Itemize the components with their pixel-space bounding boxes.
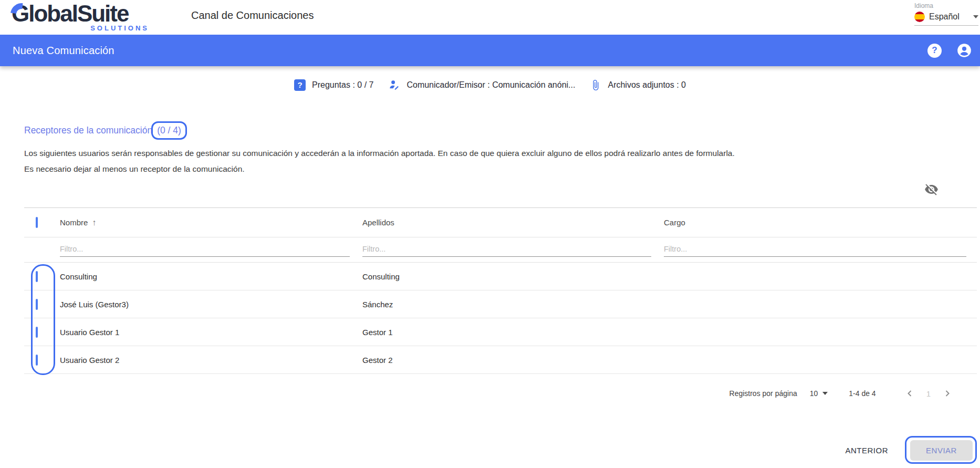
page: GlobalSuite SOLUTIONS Canal de Comunicac… bbox=[0, 0, 980, 468]
row-checkbox[interactable] bbox=[36, 299, 38, 310]
table-row[interactable]: Usuario Gestor 1 Gestor 1 bbox=[24, 318, 977, 346]
next-page-icon[interactable] bbox=[941, 387, 954, 400]
receivers-table: Nombre ↑ Apellidos Cargo Consulting Cons… bbox=[24, 207, 977, 374]
language-select[interactable]: Español bbox=[914, 12, 978, 26]
previous-step-button[interactable]: ANTERIOR bbox=[845, 440, 888, 461]
filter-input-nombre[interactable] bbox=[60, 243, 350, 257]
cell-nombre: Usuario Gestor 1 bbox=[58, 328, 360, 337]
question-square-icon: ? bbox=[294, 79, 306, 91]
row-checkbox[interactable] bbox=[36, 355, 38, 366]
column-header-nombre[interactable]: Nombre ↑ bbox=[58, 218, 360, 227]
table-row[interactable]: Consulting Consulting bbox=[24, 263, 977, 290]
attachments-label: Archivos adjuntos : 0 bbox=[608, 80, 686, 90]
sender-label: Comunicador/Emisor : Comunicación anóni.… bbox=[406, 80, 575, 90]
cell-apellidos: Consulting bbox=[360, 272, 662, 281]
app-header: GlobalSuite SOLUTIONS Canal de Comunicac… bbox=[0, 0, 980, 35]
receivers-count: (0 / 4) bbox=[151, 121, 187, 140]
header-label-cargo: Cargo bbox=[664, 218, 685, 227]
person-edit-icon bbox=[388, 79, 400, 91]
select-all-checkbox[interactable] bbox=[36, 217, 38, 228]
page-size-value: 10 bbox=[810, 389, 818, 398]
pagination-nav: 1 bbox=[903, 387, 954, 400]
table-row[interactable]: José Luis (Gestor3) Sánchez bbox=[24, 290, 977, 318]
logo-wordmark: GlobalSuite bbox=[12, 1, 150, 26]
current-page-number[interactable]: 1 bbox=[926, 389, 931, 398]
receivers-description: Los siguientes usuarios serán responsabl… bbox=[24, 145, 735, 176]
wizard-footer: ANTERIOR ENVIAR bbox=[845, 440, 973, 461]
row-checkbox[interactable] bbox=[36, 327, 38, 338]
description-line-2: Es necesario dejar al menos un receptor … bbox=[24, 161, 735, 177]
receivers-heading: Receptores de la comunicación (0 / 4) bbox=[24, 121, 187, 140]
sort-ascending-arrow-icon: ↑ bbox=[92, 218, 96, 227]
summary-questions: ? Preguntas : 0 / 7 bbox=[294, 79, 373, 91]
chevron-down-icon bbox=[973, 15, 978, 18]
column-header-apellidos[interactable]: Apellidos bbox=[360, 218, 662, 227]
summary-sender: Comunicador/Emisor : Comunicación anóni.… bbox=[388, 79, 575, 91]
cell-nombre: Usuario Gestor 2 bbox=[58, 356, 360, 365]
help-icon[interactable]: ? bbox=[927, 44, 942, 58]
language-label: Idioma bbox=[914, 2, 978, 9]
page-size-label: Registros por página bbox=[729, 389, 797, 398]
column-header-cargo[interactable]: Cargo bbox=[662, 218, 977, 227]
pagination: Registros por página 10 1-4 de 4 1 bbox=[729, 382, 954, 405]
cell-apellidos: Gestor 2 bbox=[360, 356, 662, 365]
account-icon[interactable] bbox=[957, 43, 972, 58]
pagination-range: 1-4 de 4 bbox=[849, 389, 875, 398]
language-selector: Idioma Español bbox=[914, 2, 978, 26]
toolbar: Nueva Comunicación ? bbox=[0, 35, 980, 66]
chevron-down-icon bbox=[822, 392, 828, 395]
globalsuite-logo: GlobalSuite SOLUTIONS bbox=[12, 1, 150, 32]
filter-input-apellidos[interactable] bbox=[362, 243, 651, 257]
logo-title: GlobalSuite bbox=[12, 1, 128, 26]
page-size-select[interactable]: 10 bbox=[810, 389, 828, 398]
header-label-apellidos: Apellidos bbox=[362, 218, 394, 227]
toolbar-icons: ? bbox=[927, 35, 972, 66]
filter-input-cargo[interactable] bbox=[664, 243, 966, 257]
cell-apellidos: Sánchez bbox=[360, 300, 662, 309]
communication-summary: ? Preguntas : 0 / 7 Comunicador/Emisor :… bbox=[0, 79, 980, 91]
cell-nombre: Consulting bbox=[58, 272, 360, 281]
cell-nombre: José Luis (Gestor3) bbox=[58, 300, 360, 309]
table-row[interactable]: Usuario Gestor 2 Gestor 2 bbox=[24, 346, 977, 374]
previous-page-icon[interactable] bbox=[903, 387, 916, 400]
summary-attachments: Archivos adjuntos : 0 bbox=[590, 79, 686, 91]
paperclip-icon bbox=[590, 79, 601, 91]
description-line-1: Los siguientes usuarios serán responsabl… bbox=[24, 145, 735, 161]
toolbar-title: Nueva Comunicación bbox=[13, 45, 114, 57]
cell-apellidos: Gestor 1 bbox=[360, 328, 662, 337]
send-button[interactable]: ENVIAR bbox=[910, 440, 973, 461]
questions-label: Preguntas : 0 / 7 bbox=[312, 80, 373, 90]
language-value: Español bbox=[929, 12, 969, 22]
table-filter-row bbox=[24, 237, 977, 263]
spain-flag-icon bbox=[914, 12, 925, 22]
visibility-off-icon[interactable] bbox=[924, 182, 939, 199]
page-title: Canal de Comunicaciones bbox=[191, 9, 314, 22]
receivers-title: Receptores de la comunicación bbox=[24, 125, 152, 136]
header-label-nombre: Nombre bbox=[60, 218, 88, 227]
table-header-row: Nombre ↑ Apellidos Cargo bbox=[24, 207, 977, 237]
row-checkbox[interactable] bbox=[36, 271, 38, 282]
